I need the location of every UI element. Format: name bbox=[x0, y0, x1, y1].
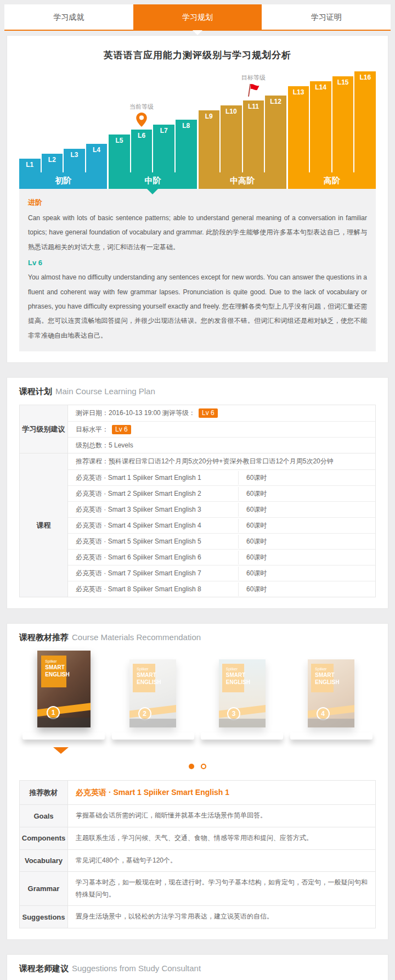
level-stairs-chart: L1L2L3L4 初阶 L5L6当前等级L7L8 中阶 L9L10L11目标等级… bbox=[19, 71, 376, 189]
book-brand: Spiiker bbox=[315, 667, 331, 671]
consultant-heading-en: Suggestions from Study Consultant bbox=[72, 964, 201, 973]
book-slot-3[interactable]: Spiiker SMART ENGLISH 3 bbox=[198, 651, 287, 740]
level-bar-fill: L16 bbox=[354, 71, 376, 172]
course-hours: 60课时 bbox=[238, 471, 375, 485]
level-bar-fill: L7 bbox=[153, 125, 174, 172]
current-level-marker: 当前等级 bbox=[120, 103, 163, 127]
carousel-dot-2[interactable] bbox=[201, 764, 206, 769]
course-hours: 60课时 bbox=[238, 519, 375, 533]
level-description: You almost have no difficulty understand… bbox=[28, 270, 367, 343]
target-level-marker: 目标等级 bbox=[232, 74, 275, 98]
course-row: 必克英语 · Smart 6 Spiiker Smart English 660… bbox=[68, 549, 375, 565]
course-plan-heading-en: Main Course Learning Plan bbox=[55, 387, 155, 396]
level-bar-label: L5 bbox=[109, 135, 130, 144]
course-hours: 60课时 bbox=[238, 487, 375, 501]
book-cover-3: Spiiker SMART ENGLISH 3 bbox=[219, 659, 266, 727]
materials-heading-en: Course Materials Recommendation bbox=[72, 632, 201, 642]
tab-learning-certificate[interactable]: 学习证明 bbox=[262, 4, 391, 30]
material-info-table: 推荐教材必克英语 · Smart 1 Spiiker Smart English… bbox=[19, 780, 376, 928]
course-name: 必克英语 · Smart 4 Spiiker Smart English 4 bbox=[68, 519, 236, 533]
materials-card: 课程教材推荐Course Materials Recommendation Sp… bbox=[7, 623, 388, 940]
page: 学习成就 学习规划 学习证明 英语语言应用能力测评级别与学习规划分析 L1L2L… bbox=[0, 0, 395, 980]
material-info-row: 推荐教材必克英语 · Smart 1 Spiiker Smart English… bbox=[20, 781, 375, 804]
courses-row: 课程 推荐课程：预科课程日常口语12个月周5次20分钟+资深外教日常口语12个月… bbox=[20, 453, 375, 597]
tab-learning-plan[interactable]: 学习规划 bbox=[133, 4, 262, 30]
active-tab-pointer bbox=[193, 30, 202, 35]
material-info-row: Vocabulary常见词汇480个，基础句子120个。 bbox=[20, 849, 375, 872]
level-group-advanced: L13L14L15L16 高阶 bbox=[288, 71, 376, 189]
book-slot-4[interactable]: Spiiker SMART ENGLISH 4 bbox=[287, 651, 376, 740]
course-name: 必克英语 · Smart 5 Spiiker Smart English 5 bbox=[68, 535, 236, 548]
level-bar-fill: L14 bbox=[310, 81, 331, 172]
level-bar-label: L3 bbox=[64, 149, 85, 159]
material-info-row: Goals掌握基础会话所需的词汇，能听懂并就基本生活场景作简单回答。 bbox=[20, 804, 375, 827]
book-slot-2[interactable]: Spiiker SMART ENGLISH 2 bbox=[109, 651, 198, 740]
book-title-line2: ENGLISH bbox=[225, 679, 241, 686]
level-bar-fill: L3 bbox=[64, 149, 85, 172]
book-number-badge: 4 bbox=[317, 707, 330, 720]
level-bar-L9: L9 bbox=[199, 71, 220, 172]
tab-learning-achievement[interactable]: 学习成就 bbox=[4, 4, 133, 30]
consultant-heading: 课程老师建议Suggestions from Study Consultant bbox=[19, 964, 376, 974]
book-brand: Spiiker bbox=[137, 667, 153, 671]
book-footer-strip bbox=[37, 718, 91, 727]
book-ribbon bbox=[37, 702, 91, 717]
book-title-line1: SMART bbox=[315, 672, 331, 679]
group-band-intermediate: 中阶 bbox=[109, 172, 196, 189]
course-row: 必克英语 · Smart 3 Spiiker Smart English 360… bbox=[68, 501, 375, 517]
carousel-dot-1[interactable] bbox=[189, 764, 194, 769]
book-title-line1: SMART bbox=[225, 672, 241, 679]
course-plan-heading: 课程计划Main Course Learning Plan bbox=[19, 387, 376, 397]
level-bar-L8: L8 bbox=[176, 71, 197, 172]
course-plan-heading-zh: 课程计划 bbox=[19, 387, 52, 396]
materials-heading: 课程教材推荐Course Materials Recommendation bbox=[19, 632, 376, 643]
course-name: 必克英语 · Smart 1 Spiiker Smart English 1 bbox=[68, 471, 236, 485]
course-row: 必克英语 · Smart 7 Spiiker Smart English 760… bbox=[68, 565, 375, 581]
group-band-upper-intermediate: 中高阶 bbox=[199, 172, 286, 189]
book-ribbon bbox=[308, 704, 354, 718]
assessment-date-row: 测评日期：2016-10-13 19:00 测评等级： Lv 6 bbox=[68, 405, 375, 421]
book-title-line1: SMART bbox=[45, 664, 63, 671]
level-bar-label: L15 bbox=[332, 76, 354, 86]
book-tag: Spiiker SMART ENGLISH bbox=[133, 664, 155, 692]
assessed-level-badge: Lv 6 bbox=[199, 408, 218, 418]
level-bar-L2: L2 bbox=[42, 71, 63, 172]
recommended-course-text: 推荐课程：预科课程日常口语12个月周5次20分钟+资深外教日常口语12个月周5次… bbox=[76, 457, 334, 466]
material-info-value: 学习基本时态，如一般现在时，现在进行时。学习句子基本结构，如肯定句，否定句，一般… bbox=[68, 872, 375, 905]
material-info-value: 主题联系生活，学习问候、天气、交通、食物、情感等常用语和提问、应答方式。 bbox=[68, 827, 375, 849]
material-info-value: 掌握基础会话所需的词汇，能听懂并就基本生活场景作简单回答。 bbox=[68, 805, 375, 827]
material-info-value: 常见词汇480个，基础句子120个。 bbox=[68, 850, 375, 872]
level-bar-L11: L11目标等级 bbox=[243, 71, 264, 172]
red-flag-icon bbox=[246, 82, 261, 98]
book-tag: Spiiker SMART ENGLISH bbox=[222, 664, 245, 692]
course-row: 必克英语 · Smart 2 Spiiker Smart English 260… bbox=[68, 485, 375, 501]
book-title-line2: ENGLISH bbox=[45, 671, 63, 679]
course-plan-card: 课程计划Main Course Learning Plan 学习级别建议 测评日… bbox=[7, 377, 388, 609]
books-carousel: Spiiker SMART ENGLISH 1 Spiiker SMART EN… bbox=[19, 651, 376, 740]
level-bar-L14: L14 bbox=[310, 71, 331, 172]
current-level-label: 当前等级 bbox=[129, 103, 154, 111]
stage-description: Can speak with lots of basic sentence pa… bbox=[28, 211, 367, 254]
assessment-description-box: 进阶 Can speak with lots of basic sentence… bbox=[19, 189, 376, 351]
book-tag: Spiiker SMART ENGLISH bbox=[311, 664, 334, 692]
book-slot-1[interactable]: Spiiker SMART ENGLISH 1 bbox=[19, 651, 109, 740]
course-hours: 60课时 bbox=[238, 583, 375, 596]
book-cover-2: Spiiker SMART ENGLISH 2 bbox=[129, 659, 176, 727]
levels-total-row: 级别总数：5 Levels bbox=[68, 437, 375, 453]
tab-bar: 学习成就 学习规划 学习证明 bbox=[4, 4, 391, 31]
target-level-badge: Lv 6 bbox=[112, 425, 131, 434]
level-bar-L16: L16 bbox=[354, 71, 376, 172]
selected-book-pointer bbox=[53, 747, 69, 754]
level-suggestion-row: 学习级别建议 测评日期：2016-10-13 19:00 测评等级： Lv 6 … bbox=[20, 405, 375, 453]
course-hours: 60课时 bbox=[238, 503, 375, 517]
book-cover-1: Spiiker SMART ENGLISH 1 bbox=[37, 651, 91, 727]
book-shelf bbox=[112, 732, 194, 740]
material-info-row: Grammar学习基本时态，如一般现在时，现在进行时。学习句子基本结构，如肯定句… bbox=[20, 871, 375, 905]
level-group-beginner: L1L2L3L4 初阶 bbox=[19, 71, 107, 189]
level-bar-fill: L2 bbox=[42, 154, 63, 172]
level-bar-label: L8 bbox=[176, 120, 197, 130]
material-info-label: Grammar bbox=[20, 872, 68, 905]
course-row: 必克英语 · Smart 1 Spiiker Smart English 160… bbox=[68, 469, 375, 485]
book-number-badge: 3 bbox=[227, 707, 240, 720]
target-level-row: 目标水平： Lv 6 bbox=[68, 421, 375, 437]
